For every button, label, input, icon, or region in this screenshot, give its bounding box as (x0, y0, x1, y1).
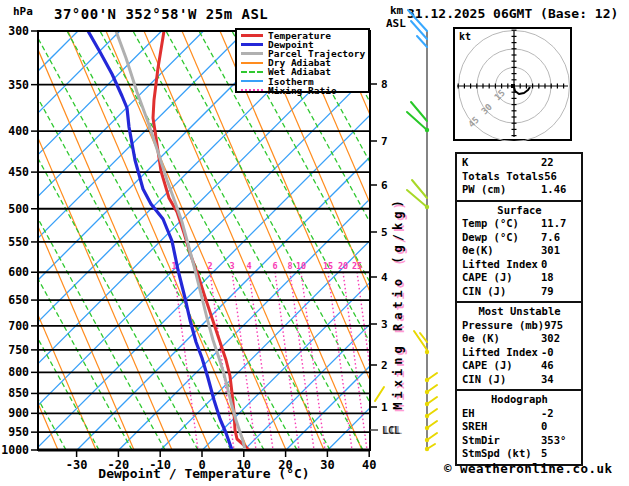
pressure-tick-label: 650 (8, 293, 29, 307)
stats-row: StmDir353° (462, 434, 577, 448)
stats-row-value: 46 (541, 359, 554, 373)
wind-barb (407, 190, 427, 207)
stats-row: CIN (J)34 (462, 373, 577, 387)
stats-row: CAPE (J)46 (462, 359, 577, 373)
stats-row-value: -2 (541, 407, 554, 421)
wind-barb-dot (425, 426, 429, 430)
stats-row-label: θe(K) (462, 244, 541, 258)
stats-row-value: 56 (544, 170, 557, 184)
stats-row: SREH0 (462, 420, 577, 434)
pressure-tick-label: 950 (8, 425, 29, 439)
stats-row-label: Pressure (mb) (462, 319, 544, 333)
wind-barb-dot (425, 378, 429, 382)
wind-barb-dot (425, 128, 429, 132)
wind-barb-dot (425, 438, 429, 442)
mixing-ratio-value-label: 2 (207, 261, 212, 271)
stats-row-value: 79 (541, 285, 554, 299)
stats-row: θe (K)302 (462, 332, 577, 346)
temperature-axis-label: Dewpoint / Temperature (°C) (38, 466, 370, 481)
mixing-ratio-value-label: 8 (287, 261, 292, 271)
mixing-ratio-value-label: 25 (352, 261, 362, 271)
stats-row-label: Totals Totals (462, 170, 544, 184)
lcl-label: LCL (382, 425, 400, 436)
wind-barb-dot (425, 414, 429, 418)
stats-section-header: Surface (462, 204, 577, 218)
stats-panel: K22Totals Totals56PW (cm)1.46SurfaceTemp… (455, 152, 583, 466)
mixing-ratio-line (275, 272, 299, 450)
stats-row-label: SREH (462, 420, 541, 434)
pressure-tick-label: 1000 (1, 443, 29, 457)
wind-barb-dot (425, 205, 429, 209)
stats-row: Totals Totals56 (462, 170, 577, 184)
pressure-tick-label: 350 (8, 78, 29, 92)
stats-row: EH-2 (462, 407, 577, 421)
skewt-sounding-page: hPa 37°00'N 352°58'W 25m ASL km ASL 31.1… (0, 0, 629, 486)
stats-row-label: CIN (J) (462, 373, 541, 387)
km-tick-label: 4 (381, 271, 388, 284)
stats-row-value: 5 (541, 447, 547, 461)
mixing-ratio-value-label: 15 (323, 261, 333, 271)
stats-row-value: -0 (541, 346, 554, 360)
km-tick-label: 2 (381, 359, 388, 372)
dry-adiabat-line (68, 31, 248, 450)
stats-row-label: CAPE (J) (462, 271, 541, 285)
km-tick-label: 7 (381, 135, 388, 148)
km-tick-label: 3 (381, 318, 388, 331)
wind-barb-dot (425, 350, 429, 354)
legend-swatch-dotted (241, 89, 263, 91)
stats-row-value: 353° (541, 434, 566, 448)
stats-row: K22 (462, 156, 577, 170)
pressure-tick-label: 800 (8, 365, 29, 379)
mixing-ratio-value-label: 4 (246, 261, 251, 271)
pressure-tick-label: 850 (8, 386, 29, 400)
stats-row-value: 18 (541, 271, 554, 285)
wind-barb (375, 387, 384, 401)
hodograph-unit-label: kt (459, 31, 471, 42)
pressure-tick-label: 750 (8, 343, 29, 357)
stats-section: HodographEH-2SREH0StmDir353°StmSpd (kt)5 (457, 389, 581, 464)
mixing-ratio-value-label: 3 (229, 261, 234, 271)
legend-swatch-solid (241, 80, 263, 82)
stats-section: SurfaceTemp (°C)11.7Dewp (°C)7.6θe(K)301… (457, 200, 581, 302)
stats-row: PW (cm)1.46 (462, 183, 577, 197)
wind-barb-dot (425, 447, 429, 451)
wind-barb (407, 112, 427, 130)
stats-row-value: 1.46 (541, 183, 566, 197)
pressure-tick-label: 700 (8, 319, 29, 333)
stats-row-value: 7.6 (541, 231, 560, 245)
stats-row: StmSpd (kt)5 (462, 447, 577, 461)
pressure-tick-label: 550 (8, 235, 29, 249)
dewpoint-curve (88, 31, 232, 450)
stats-row-label: CAPE (J) (462, 359, 541, 373)
pressure-tick-label: 900 (8, 406, 29, 420)
mixing-ratio-value-label: 20 (338, 261, 348, 271)
km-tick-label: 1 (381, 401, 388, 414)
legend-row: Mixing Ratio (241, 86, 368, 95)
stats-row: θe(K)301 (462, 244, 577, 258)
km-tick-label: 8 (381, 78, 388, 91)
stats-row-label: K (462, 156, 541, 170)
stats-row-value: 302 (541, 332, 560, 346)
legend-swatch-solid (241, 52, 263, 55)
mixing-ratio-value-label: 10 (296, 261, 306, 271)
stats-row-value: 34 (541, 373, 554, 387)
pressure-tick-label: 300 (8, 24, 29, 38)
legend-swatch-solid (241, 34, 263, 37)
wind-barb (411, 21, 427, 39)
pressure-tick-label: 600 (8, 265, 29, 279)
stats-row: Pressure (mb)975 (462, 319, 577, 333)
pressure-tick-label: 450 (8, 165, 29, 179)
stats-row: Lifted Index0 (462, 258, 577, 272)
pressure-tick-label: 400 (8, 124, 29, 138)
stats-row-label: θe (K) (462, 332, 541, 346)
stats-row-label: EH (462, 407, 541, 421)
stats-row: Lifted Index-0 (462, 346, 577, 360)
stats-row-value: 975 (544, 319, 563, 333)
stats-row-label: Lifted Index (462, 258, 541, 272)
credit-watermark: © weatheronline.co.uk (444, 461, 613, 476)
stats-row: Dewp (°C)7.6 (462, 231, 577, 245)
km-tick-label: 5 (381, 226, 388, 239)
km-tick-label: 6 (381, 179, 388, 192)
stats-row: CAPE (J)18 (462, 271, 577, 285)
stats-row-label: PW (cm) (462, 183, 541, 197)
